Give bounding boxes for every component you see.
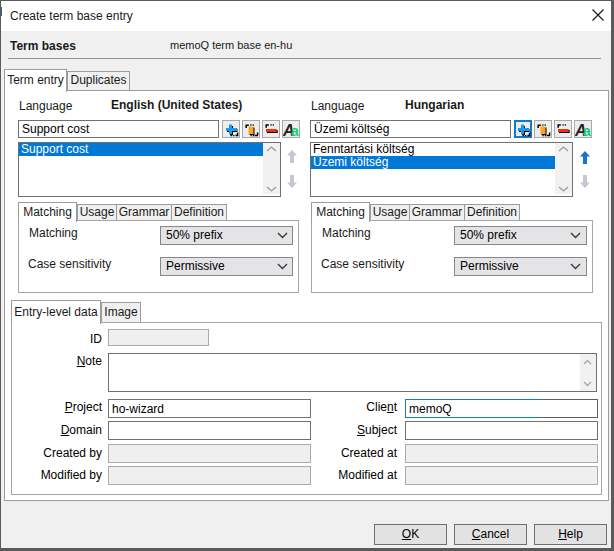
- svg-text:a: a: [583, 123, 591, 137]
- svg-text:a: a: [291, 123, 299, 137]
